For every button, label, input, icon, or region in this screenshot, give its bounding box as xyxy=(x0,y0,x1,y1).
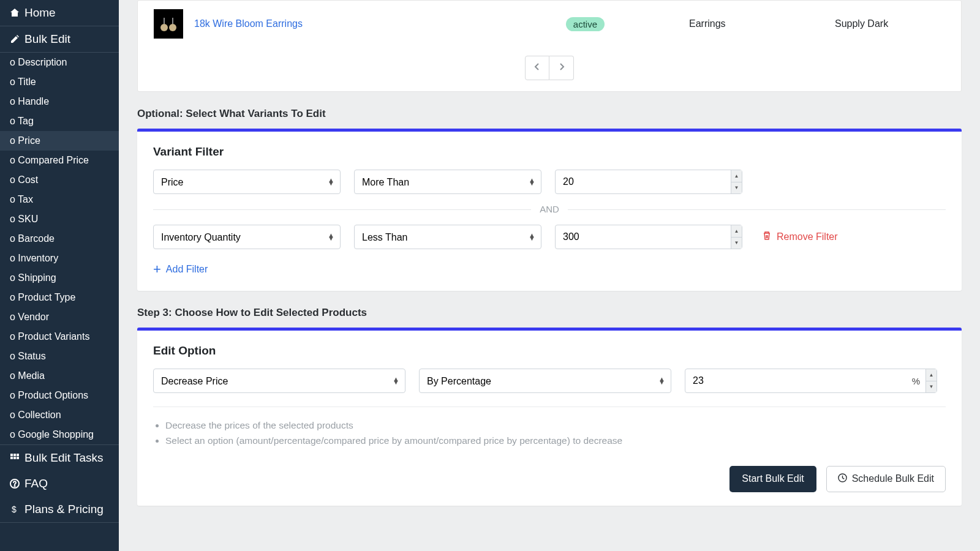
nav-home-label: Home xyxy=(24,6,56,20)
nav-bulk-edit-tasks[interactable]: Bulk Edit Tasks xyxy=(0,445,119,471)
clock-icon xyxy=(838,473,847,485)
product-vendor: Supply Dark xyxy=(835,18,945,29)
product-card: 18k Wire Bloom Earrings active Earrings … xyxy=(137,0,962,92)
sidebar: Home Bulk Edit DescriptionTitleHandleTag… xyxy=(0,0,119,551)
sidebar-item-tag[interactable]: Tag xyxy=(0,111,119,131)
pager-next[interactable] xyxy=(549,56,574,80)
filter-operator-select-0[interactable]: More Than xyxy=(354,170,541,194)
sidebar-item-product-variants[interactable]: Product Variants xyxy=(0,327,119,347)
product-thumbnail xyxy=(154,9,183,39)
svg-point-9 xyxy=(160,24,168,31)
pagination xyxy=(138,47,961,91)
edit-option-notes: Decrease the prices of the selected prod… xyxy=(153,418,946,449)
note-item: Select an option (amount/percentage/comp… xyxy=(165,433,946,449)
add-filter-label: Add Filter xyxy=(166,264,208,275)
plus-icon: + xyxy=(153,261,161,277)
filter-row-0: Price ▲▼ More Than ▲▼ ▲▼ xyxy=(153,170,946,194)
sidebar-item-tax[interactable]: Tax xyxy=(0,190,119,209)
sidebar-item-google-shopping[interactable]: Google Shopping xyxy=(0,425,119,444)
filter-value-input-1[interactable] xyxy=(555,225,742,249)
sidebar-item-compared-price[interactable]: Compared Price xyxy=(0,151,119,170)
filter-value-input-0[interactable] xyxy=(555,170,742,194)
schedule-bulk-edit-button[interactable]: Schedule Bulk Edit xyxy=(826,466,946,492)
sidebar-item-sku[interactable]: SKU xyxy=(0,209,119,229)
home-icon xyxy=(10,8,20,18)
svg-rect-0 xyxy=(10,454,13,456)
sidebar-item-product-type[interactable]: Product Type xyxy=(0,288,119,307)
remove-filter-button[interactable]: Remove Filter xyxy=(762,231,838,243)
edit-row: Decrease Price ▲▼ By Percentage ▲▼ % ▲▼ xyxy=(153,369,946,393)
svg-rect-11 xyxy=(164,18,165,24)
sidebar-item-title[interactable]: Title xyxy=(0,72,119,92)
variant-section-label: Optional: Select What Variants To Edit xyxy=(137,108,962,120)
svg-point-10 xyxy=(169,24,176,31)
nav-bulk-edit-label: Bulk Edit xyxy=(24,32,70,46)
nav-plans-label: Plans & Pricing xyxy=(24,503,104,516)
step-down-icon[interactable]: ▼ xyxy=(926,381,937,393)
number-stepper[interactable]: ▲▼ xyxy=(731,225,742,249)
sidebar-item-barcode[interactable]: Barcode xyxy=(0,229,119,249)
action-bar: Start Bulk Edit Schedule Bulk Edit xyxy=(153,466,946,492)
grid-icon xyxy=(10,453,20,463)
edit-value-input[interactable] xyxy=(685,369,937,393)
sidebar-item-description[interactable]: Description xyxy=(0,53,119,72)
note-item: Decrease the prices of the selected prod… xyxy=(165,418,946,433)
nav-bulk-edit-tasks-label: Bulk Edit Tasks xyxy=(24,451,103,465)
schedule-label: Schedule Bulk Edit xyxy=(852,473,934,484)
nav-bulk-edit[interactable]: Bulk Edit xyxy=(0,26,119,53)
step-down-icon[interactable]: ▼ xyxy=(731,182,742,194)
variant-filter-card: Variant Filter Price ▲▼ More Than ▲▼ ▲▼ … xyxy=(137,129,962,291)
sidebar-item-media[interactable]: Media xyxy=(0,366,119,386)
status-badge: active xyxy=(566,17,605,31)
svg-rect-2 xyxy=(17,454,19,456)
edit-action-select[interactable]: Decrease Price xyxy=(153,369,405,393)
remove-filter-label: Remove Filter xyxy=(777,231,838,242)
number-stepper[interactable]: ▲▼ xyxy=(731,170,742,193)
pager-prev[interactable] xyxy=(525,56,549,80)
main-content: 18k Wire Bloom Earrings active Earrings … xyxy=(119,0,980,551)
sidebar-item-cost[interactable]: Cost xyxy=(0,170,119,190)
and-label: AND xyxy=(531,204,568,214)
nav-faq-label: FAQ xyxy=(24,477,48,490)
sidebar-item-collection[interactable]: Collection xyxy=(0,405,119,425)
variant-filter-heading: Variant Filter xyxy=(153,145,946,159)
svg-text:$: $ xyxy=(12,504,17,514)
edit-icon xyxy=(10,34,20,44)
sidebar-item-handle[interactable]: Handle xyxy=(0,92,119,111)
sidebar-item-inventory[interactable]: Inventory xyxy=(0,249,119,268)
add-filter-button[interactable]: + Add Filter xyxy=(153,261,946,277)
svg-rect-5 xyxy=(17,457,19,459)
edit-mode-select[interactable]: By Percentage xyxy=(419,369,671,393)
start-bulk-edit-button[interactable]: Start Bulk Edit xyxy=(729,466,816,492)
sidebar-item-shipping[interactable]: Shipping xyxy=(0,268,119,288)
step-up-icon[interactable]: ▲ xyxy=(731,170,742,182)
filter-operator-select-1[interactable]: Less Than xyxy=(354,225,541,249)
sidebar-item-price[interactable]: Price xyxy=(0,131,119,151)
nav-faq[interactable]: FAQ xyxy=(0,471,119,497)
nav-plans[interactable]: $ Plans & Pricing xyxy=(0,497,119,523)
chevron-right-icon xyxy=(559,62,565,71)
sidebar-item-vendor[interactable]: Vendor xyxy=(0,307,119,327)
sidebar-item-status[interactable]: Status xyxy=(0,347,119,366)
number-stepper[interactable]: ▲▼ xyxy=(925,369,937,392)
sidebar-item-product-options[interactable]: Product Options xyxy=(0,386,119,405)
step-down-icon[interactable]: ▼ xyxy=(731,238,742,249)
edit-option-card: Edit Option Decrease Price ▲▼ By Percent… xyxy=(137,328,962,506)
product-title-link[interactable]: 18k Wire Bloom Earrings xyxy=(194,18,555,29)
filter-row-1: Inventory Quantity ▲▼ Less Than ▲▼ ▲▼ Re… xyxy=(153,225,946,249)
svg-point-7 xyxy=(14,485,15,486)
svg-rect-12 xyxy=(172,18,173,24)
step-up-icon[interactable]: ▲ xyxy=(926,369,937,381)
divider xyxy=(153,407,946,407)
and-divider: AND xyxy=(153,204,946,215)
svg-rect-4 xyxy=(13,457,16,459)
dollar-icon: $ xyxy=(10,504,20,514)
percent-unit-label: % xyxy=(912,376,920,386)
trash-icon xyxy=(762,231,772,243)
filter-field-select-0[interactable]: Price xyxy=(153,170,341,194)
step-up-icon[interactable]: ▲ xyxy=(731,225,742,238)
filter-field-select-1[interactable]: Inventory Quantity xyxy=(153,225,341,249)
nav-home[interactable]: Home xyxy=(0,0,119,26)
edit-option-heading: Edit Option xyxy=(153,344,946,358)
step3-label: Step 3: Choose How to Edit Selected Prod… xyxy=(137,307,962,319)
